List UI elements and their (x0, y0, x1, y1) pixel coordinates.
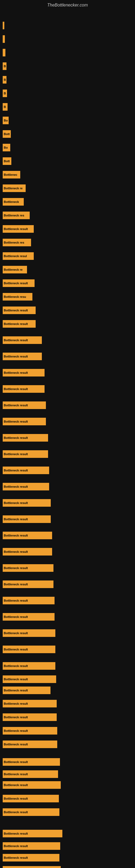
bar-label: Bottleneck result (4, 436, 28, 439)
bar-item: Bottleneck result (3, 842, 60, 850)
bar-label: Bottleneck result (4, 856, 28, 859)
bar-label: Bottleneck result (4, 631, 28, 635)
bar-label: Bott (4, 159, 10, 163)
bar-item: Bottleneck result (3, 854, 59, 862)
bar-item: Bottleneck resul (3, 252, 34, 260)
bar-item: Bott (3, 130, 11, 138)
bar-item: Bottleneck result (3, 418, 46, 425)
bar-item: Bottleneck result (3, 548, 52, 556)
bar-item: Bottleneck result (3, 467, 49, 474)
bar-item: Bottleneck result (3, 597, 54, 604)
bar-item: Bottleneck result (3, 307, 36, 314)
bar-label: Bottleneck result (4, 282, 28, 285)
bar-item: Bottleneck result (3, 320, 36, 328)
bar-label: Bottlenec (4, 173, 17, 176)
bar-label: B (4, 92, 6, 95)
bar-item: Bottleneck result (3, 866, 61, 868)
bar-label: Bottleneck result (4, 227, 28, 230)
bar-item: Bottleneck result (3, 483, 49, 490)
bar-item: Bottleneck result (3, 499, 51, 507)
bar-label: Bottleneck result (4, 518, 28, 521)
bar-label: Bottleneck result (4, 664, 28, 668)
bar-label: Bottleneck result (4, 309, 28, 312)
bar-item: B (3, 90, 7, 97)
bar-item: Bottleneck result (3, 713, 57, 721)
bar-item: Bottleneck result (3, 758, 60, 766)
bar-label: Bottleneck result (4, 615, 28, 618)
bar-label: Bottleneck result (4, 599, 28, 602)
bar-label: Bottleneck result (4, 583, 28, 586)
bar-item: Bottleneck re (3, 266, 27, 273)
bar-item (3, 22, 4, 29)
bar-label: Bo (4, 119, 8, 122)
bar-label: Bottleneck result (4, 773, 28, 776)
bar-item: Bottleneck result (3, 279, 35, 287)
bar-label: Bottleneck result (4, 783, 28, 786)
bar-item: Bottleneck result (3, 700, 57, 707)
bar-label: Bottleneck re (4, 268, 23, 271)
bar-label: Bottleneck resul (4, 254, 27, 258)
bar-label: Bottleneck result (4, 322, 28, 326)
bar-label: Bottleneck result (4, 534, 28, 537)
bar-item: B (3, 103, 8, 111)
bar-label: Bottleneck res (4, 241, 24, 244)
bar-label: Bottleneck result (4, 550, 28, 553)
chart-area: TheBottlenecker.com BBBBBoBottBoBottBott… (0, 0, 135, 868)
bar-label: Bottleneck result (4, 453, 28, 456)
bar-label: Bottleneck result (4, 760, 28, 764)
bar-item: Bottleneck result (3, 225, 34, 233)
bar-item: Bottleneck result (3, 385, 45, 393)
bar-item: Bottleneck result (3, 516, 51, 523)
bar-item: Bottleneck result (3, 741, 57, 748)
bar-item: Bottleneck result (3, 662, 55, 670)
bar-item: Bottleneck res (3, 239, 31, 246)
bar-item (3, 49, 5, 56)
bar-label: Bottleneck re (4, 187, 23, 190)
bar-item: Bottleneck result (3, 581, 53, 588)
bar-item: Bo (3, 117, 9, 124)
bar-label: Bo (4, 146, 8, 149)
bar-label: Bottleneck result (4, 420, 28, 423)
bar-item: Bottleneck result (3, 401, 46, 409)
bar-label: Bottleneck result (4, 729, 28, 733)
bar-label: Bottleneck result (4, 355, 28, 358)
bar-label: Bottleneck result (4, 469, 28, 472)
bar-item: Bottleneck res (3, 212, 30, 219)
bar-item: B (3, 76, 6, 84)
bar-item: Bottleneck result (3, 675, 56, 683)
bar-item: Bottleneck result (3, 727, 57, 735)
bar-label: Bottleneck result (4, 844, 28, 848)
bar-item: Bottleneck result (3, 450, 48, 458)
bar-item (3, 35, 5, 43)
bar-item: Bottleneck result (3, 646, 55, 653)
bar-item: Bottleneck result (3, 564, 53, 572)
bar-label: Bottleneck result (4, 339, 28, 342)
bar-item: Bottleneck result (3, 795, 59, 802)
bar-label: Bottleneck result (4, 832, 28, 835)
bar-label: Bottleneck result (4, 678, 28, 681)
bar-label: B (4, 105, 6, 108)
bar-label: Bottleneck result (4, 501, 28, 504)
bar-item: Bottleneck result (3, 830, 62, 837)
bar-label: Bottleneck result (4, 810, 28, 814)
bar-label: Bott (4, 132, 10, 135)
bar-label: Bottleneck res (4, 214, 24, 217)
bar-label: Bottleneck result (4, 702, 28, 705)
bar-item: Bottleneck result (3, 629, 55, 637)
bar-item: Bottleneck result (3, 613, 54, 621)
site-title: TheBottlenecker.com (0, 0, 135, 9)
bar-item: Bottleneck result (3, 434, 48, 442)
bar-item: Bottleneck result (3, 336, 42, 344)
bar-item: Bottleneck result (3, 770, 58, 778)
bar-label: Bottleneck result (4, 485, 28, 488)
bar-label: Bottleneck result (4, 689, 28, 692)
bar-label: Bottleneck result (4, 371, 28, 374)
bar-label: Bottleneck (4, 200, 19, 204)
bar-item: Bottleneck result (3, 781, 61, 789)
bar-item: Bottleneck resu (3, 293, 32, 301)
bar-label: Bottleneck result (4, 743, 28, 746)
bar-item: Bott (3, 157, 11, 165)
bar-label: Bottleneck result (4, 797, 28, 800)
bar-label: B (4, 65, 6, 68)
bar-item: Bottlenec (3, 171, 20, 179)
